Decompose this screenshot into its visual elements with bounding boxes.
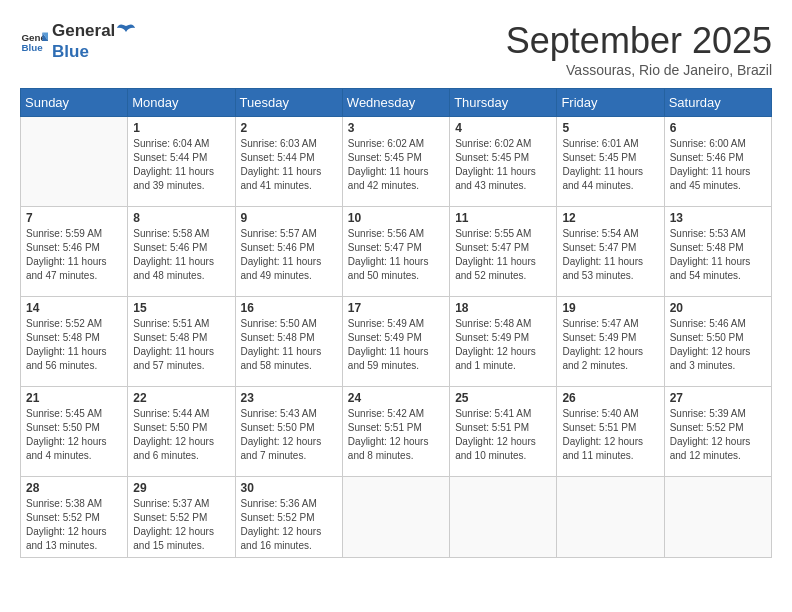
calendar-cell: 26Sunrise: 5:40 AMSunset: 5:51 PMDayligh… [557,387,664,477]
day-number: 25 [455,391,551,405]
calendar-cell [342,477,449,558]
logo-bird-icon [115,20,137,42]
day-info: Sunrise: 5:59 AMSunset: 5:46 PMDaylight:… [26,227,122,283]
day-number: 7 [26,211,122,225]
day-info: Sunrise: 5:57 AMSunset: 5:46 PMDaylight:… [241,227,337,283]
day-number: 13 [670,211,766,225]
day-info: Sunrise: 5:53 AMSunset: 5:48 PMDaylight:… [670,227,766,283]
logo-general-text: General [52,21,115,41]
day-info: Sunrise: 6:00 AMSunset: 5:46 PMDaylight:… [670,137,766,193]
day-number: 10 [348,211,444,225]
day-number: 4 [455,121,551,135]
day-number: 21 [26,391,122,405]
day-number: 30 [241,481,337,495]
calendar-header-row: SundayMondayTuesdayWednesdayThursdayFrid… [21,89,772,117]
day-info: Sunrise: 5:41 AMSunset: 5:51 PMDaylight:… [455,407,551,463]
day-number: 11 [455,211,551,225]
day-number: 3 [348,121,444,135]
calendar-cell: 4Sunrise: 6:02 AMSunset: 5:45 PMDaylight… [450,117,557,207]
calendar-cell [557,477,664,558]
day-info: Sunrise: 5:37 AMSunset: 5:52 PMDaylight:… [133,497,229,553]
day-header-thursday: Thursday [450,89,557,117]
calendar-cell: 28Sunrise: 5:38 AMSunset: 5:52 PMDayligh… [21,477,128,558]
day-number: 27 [670,391,766,405]
calendar-cell: 19Sunrise: 5:47 AMSunset: 5:49 PMDayligh… [557,297,664,387]
calendar-week-row: 21Sunrise: 5:45 AMSunset: 5:50 PMDayligh… [21,387,772,477]
calendar-cell: 20Sunrise: 5:46 AMSunset: 5:50 PMDayligh… [664,297,771,387]
day-info: Sunrise: 6:02 AMSunset: 5:45 PMDaylight:… [455,137,551,193]
day-header-friday: Friday [557,89,664,117]
calendar-cell [21,117,128,207]
calendar-cell: 3Sunrise: 6:02 AMSunset: 5:45 PMDaylight… [342,117,449,207]
calendar-cell: 17Sunrise: 5:49 AMSunset: 5:49 PMDayligh… [342,297,449,387]
day-number: 2 [241,121,337,135]
day-number: 8 [133,211,229,225]
day-number: 14 [26,301,122,315]
calendar-cell: 11Sunrise: 5:55 AMSunset: 5:47 PMDayligh… [450,207,557,297]
logo: General Blue General Blue [20,20,137,62]
calendar-cell: 24Sunrise: 5:42 AMSunset: 5:51 PMDayligh… [342,387,449,477]
day-number: 26 [562,391,658,405]
calendar-cell: 2Sunrise: 6:03 AMSunset: 5:44 PMDaylight… [235,117,342,207]
calendar-cell: 8Sunrise: 5:58 AMSunset: 5:46 PMDaylight… [128,207,235,297]
day-info: Sunrise: 5:40 AMSunset: 5:51 PMDaylight:… [562,407,658,463]
day-number: 6 [670,121,766,135]
day-header-monday: Monday [128,89,235,117]
day-info: Sunrise: 5:36 AMSunset: 5:52 PMDaylight:… [241,497,337,553]
day-info: Sunrise: 5:47 AMSunset: 5:49 PMDaylight:… [562,317,658,373]
day-info: Sunrise: 6:01 AMSunset: 5:45 PMDaylight:… [562,137,658,193]
day-info: Sunrise: 6:04 AMSunset: 5:44 PMDaylight:… [133,137,229,193]
day-number: 23 [241,391,337,405]
logo-blue-text: Blue [52,42,89,61]
day-info: Sunrise: 5:46 AMSunset: 5:50 PMDaylight:… [670,317,766,373]
day-header-wednesday: Wednesday [342,89,449,117]
day-header-tuesday: Tuesday [235,89,342,117]
day-info: Sunrise: 5:43 AMSunset: 5:50 PMDaylight:… [241,407,337,463]
calendar-cell: 12Sunrise: 5:54 AMSunset: 5:47 PMDayligh… [557,207,664,297]
day-number: 22 [133,391,229,405]
day-info: Sunrise: 5:49 AMSunset: 5:49 PMDaylight:… [348,317,444,373]
day-header-saturday: Saturday [664,89,771,117]
calendar-cell: 18Sunrise: 5:48 AMSunset: 5:49 PMDayligh… [450,297,557,387]
day-info: Sunrise: 5:55 AMSunset: 5:47 PMDaylight:… [455,227,551,283]
day-info: Sunrise: 5:38 AMSunset: 5:52 PMDaylight:… [26,497,122,553]
month-title: September 2025 [506,20,772,62]
logo-icon: General Blue [20,27,48,55]
day-info: Sunrise: 5:45 AMSunset: 5:50 PMDaylight:… [26,407,122,463]
calendar-cell: 22Sunrise: 5:44 AMSunset: 5:50 PMDayligh… [128,387,235,477]
calendar-cell: 14Sunrise: 5:52 AMSunset: 5:48 PMDayligh… [21,297,128,387]
day-number: 20 [670,301,766,315]
day-number: 9 [241,211,337,225]
calendar-week-row: 28Sunrise: 5:38 AMSunset: 5:52 PMDayligh… [21,477,772,558]
svg-text:Blue: Blue [21,42,43,53]
calendar-cell: 7Sunrise: 5:59 AMSunset: 5:46 PMDaylight… [21,207,128,297]
day-info: Sunrise: 6:02 AMSunset: 5:45 PMDaylight:… [348,137,444,193]
day-number: 19 [562,301,658,315]
day-header-sunday: Sunday [21,89,128,117]
day-info: Sunrise: 5:42 AMSunset: 5:51 PMDaylight:… [348,407,444,463]
day-info: Sunrise: 5:50 AMSunset: 5:48 PMDaylight:… [241,317,337,373]
day-number: 18 [455,301,551,315]
day-number: 16 [241,301,337,315]
calendar-cell [664,477,771,558]
calendar-cell: 29Sunrise: 5:37 AMSunset: 5:52 PMDayligh… [128,477,235,558]
day-info: Sunrise: 5:54 AMSunset: 5:47 PMDaylight:… [562,227,658,283]
calendar-cell: 1Sunrise: 6:04 AMSunset: 5:44 PMDaylight… [128,117,235,207]
calendar-cell: 16Sunrise: 5:50 AMSunset: 5:48 PMDayligh… [235,297,342,387]
day-info: Sunrise: 5:39 AMSunset: 5:52 PMDaylight:… [670,407,766,463]
calendar-cell: 27Sunrise: 5:39 AMSunset: 5:52 PMDayligh… [664,387,771,477]
calendar-week-row: 7Sunrise: 5:59 AMSunset: 5:46 PMDaylight… [21,207,772,297]
day-number: 28 [26,481,122,495]
day-info: Sunrise: 5:52 AMSunset: 5:48 PMDaylight:… [26,317,122,373]
day-info: Sunrise: 5:56 AMSunset: 5:47 PMDaylight:… [348,227,444,283]
day-number: 29 [133,481,229,495]
calendar-week-row: 14Sunrise: 5:52 AMSunset: 5:48 PMDayligh… [21,297,772,387]
day-info: Sunrise: 5:44 AMSunset: 5:50 PMDaylight:… [133,407,229,463]
calendar-cell: 25Sunrise: 5:41 AMSunset: 5:51 PMDayligh… [450,387,557,477]
calendar-cell: 5Sunrise: 6:01 AMSunset: 5:45 PMDaylight… [557,117,664,207]
calendar-cell: 6Sunrise: 6:00 AMSunset: 5:46 PMDaylight… [664,117,771,207]
day-number: 17 [348,301,444,315]
calendar-cell: 9Sunrise: 5:57 AMSunset: 5:46 PMDaylight… [235,207,342,297]
calendar-cell: 13Sunrise: 5:53 AMSunset: 5:48 PMDayligh… [664,207,771,297]
location-subtitle: Vassouras, Rio de Janeiro, Brazil [506,62,772,78]
